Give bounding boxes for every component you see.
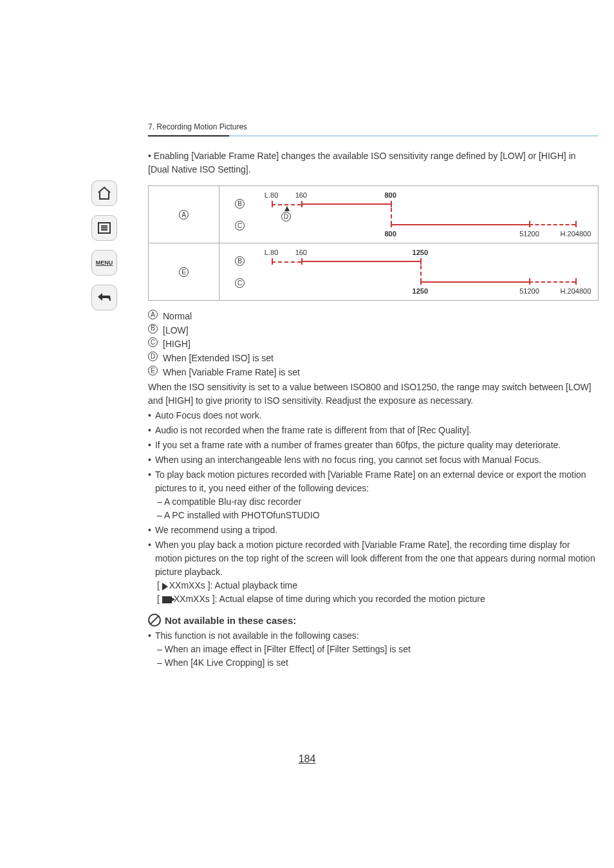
- tick-h204800: H.204800: [561, 287, 591, 295]
- iso-row-b: B L.80 160 800 D: [258, 193, 589, 214]
- time-desc: ]: Actual elapse of time during which yo…: [212, 594, 485, 604]
- iso-row-b2: B L.80 160 1250: [258, 250, 589, 272]
- tick-51200: 51200: [519, 230, 539, 238]
- intro-text: • Enabling [Variable Frame Rate] changes…: [148, 149, 599, 176]
- page-number[interactable]: 184: [0, 753, 614, 765]
- toc-icon: [97, 220, 112, 236]
- circled-c: C: [235, 221, 245, 231]
- nav-back-button[interactable]: [91, 285, 117, 310]
- tick-800-bottom: 800: [384, 230, 396, 238]
- legend-text: When [Extended ISO] is set: [163, 352, 274, 366]
- back-icon: [97, 290, 112, 305]
- d-arrow-icon: [284, 206, 290, 211]
- legend-row: B[LOW]: [148, 324, 599, 338]
- tick-160: 160: [295, 249, 307, 256]
- not-available-heading: Not available in these cases:: [148, 614, 599, 627]
- time-desc: ]: Actual playback time: [208, 580, 297, 590]
- tick-l80: L.80: [265, 191, 278, 199]
- tick-h204800: H.204800: [561, 230, 591, 238]
- diagram-row-normal: A B L.80 160 800 D: [149, 186, 598, 243]
- not-available-icon: [148, 614, 161, 627]
- legend-text: [HIGH]: [163, 337, 191, 352]
- legend-row: DWhen [Extended ISO] is set: [148, 352, 599, 366]
- scale-b1: L.80 160 800 D: [258, 194, 589, 213]
- list-item: •If you set a frame rate with a number o…: [148, 439, 599, 452]
- legend: ANormal B[LOW] C[HIGH] DWhen [Extended I…: [148, 310, 599, 408]
- list-item: •When you play back a motion picture rec…: [148, 538, 599, 579]
- bullet-text: When using an interchangeable lens with …: [155, 453, 541, 467]
- tick-51200: 51200: [519, 287, 539, 295]
- bullet-text: We recommend using a tripod.: [155, 524, 277, 537]
- tick-160: 160: [295, 191, 307, 199]
- sub-text: A PC installed with PHOTOfunSTUDIO: [164, 510, 320, 520]
- tick-800-top: 800: [384, 191, 396, 199]
- na-body: •This function is not available in the f…: [148, 629, 599, 670]
- home-icon: [97, 185, 112, 201]
- circled-c: C: [235, 278, 245, 288]
- diagram-chart-normal: B L.80 160 800 D: [219, 186, 598, 243]
- nav-home-button[interactable]: [91, 180, 117, 206]
- circled-e: E: [179, 267, 189, 277]
- legend-row: ANormal: [148, 310, 599, 324]
- sub-item: – A PC installed with PHOTOfunSTUDIO: [148, 509, 599, 522]
- list-item: •When using an interchangeable lens with…: [148, 453, 599, 467]
- play-icon: [162, 583, 168, 590]
- nav-toc-button[interactable]: [91, 215, 117, 241]
- list-item: •Auto Focus does not work.: [148, 409, 599, 422]
- na-lead: This function is not available in the fo…: [155, 629, 359, 643]
- bullet-text: Audio is not recorded when the frame rat…: [155, 424, 472, 437]
- time-code: XXmXXs: [174, 594, 210, 604]
- dash-ext-low: [272, 204, 301, 205]
- list-item: •We recommend using a tripod.: [148, 524, 599, 537]
- nav-menu-button[interactable]: MENU: [91, 250, 117, 276]
- bullet-list: •Auto Focus does not work. •Audio is not…: [148, 409, 599, 606]
- list-item: •To play back motion pictures recorded w…: [148, 468, 599, 495]
- page-content: 7. Recording Motion Pictures • Enabling …: [148, 122, 599, 670]
- header-rule: [148, 135, 599, 137]
- legend-text: When [Variable Frame Rate] is set: [163, 366, 300, 380]
- diagram-chart-vfr: B L.80 160 1250 C: [219, 243, 598, 300]
- solid-low: [301, 203, 391, 205]
- iso-row-c: C 800 51200 H.204800: [258, 214, 589, 236]
- bullet-text: When you play back a motion picture reco…: [155, 538, 599, 579]
- dash-ext-high: [529, 281, 575, 283]
- circled-a: A: [179, 210, 189, 220]
- sub-text: A compatible Blu-ray disc recorder: [164, 496, 301, 507]
- time-code: XXmXXs: [169, 580, 205, 590]
- legend-row: EWhen [Variable Frame Rate] is set: [148, 366, 599, 380]
- list-item: •Audio is not recorded when the frame ra…: [148, 424, 599, 437]
- list-item: •This function is not available in the f…: [148, 629, 599, 643]
- diagram-row-vfr: E B L.80 160 1250: [149, 243, 598, 300]
- tick-l80: L.80: [265, 249, 278, 256]
- solid-high: [391, 224, 530, 225]
- solid-low: [301, 261, 420, 262]
- record-time-line: [ XXmXXs ]: Actual elapse of time during…: [148, 592, 599, 606]
- solid-high: [420, 281, 530, 283]
- scale-c1: 800 51200 H.204800: [258, 216, 589, 235]
- section-breadcrumb: 7. Recording Motion Pictures: [148, 122, 599, 135]
- bullet-text: To play back motion pictures recorded wi…: [155, 468, 599, 495]
- side-nav: MENU: [90, 180, 118, 310]
- menu-icon-text: MENU: [96, 259, 113, 266]
- iso-diagram: A B L.80 160 800 D: [148, 185, 599, 301]
- circled-a: A: [148, 310, 158, 319]
- sub-item: – When [4K Live Cropping] is set: [148, 656, 599, 670]
- bullet-text: If you set a frame rate with a number of…: [155, 439, 561, 452]
- scale-c2: 1250 51200 H.204800: [258, 273, 589, 292]
- playback-time-line: [ XXmXXs ]: Actual playback time: [148, 579, 599, 592]
- tick-1250-bottom: 1250: [413, 287, 428, 295]
- tick-mark: [575, 221, 577, 227]
- scale-b2: L.80 160 1250: [258, 251, 589, 270]
- circled-b: B: [235, 199, 245, 209]
- legend-row: C[HIGH]: [148, 337, 599, 352]
- circled-e: E: [148, 366, 158, 375]
- legend-text: Normal: [163, 310, 192, 324]
- sub-item: – A compatible Blu-ray disc recorder: [148, 495, 599, 509]
- bullet-text: Auto Focus does not work.: [155, 409, 262, 422]
- na-title-text: Not available in these cases:: [165, 615, 296, 626]
- tick-1250-top: 1250: [413, 249, 428, 256]
- camera-icon: [162, 596, 172, 603]
- circled-d: D: [148, 352, 158, 361]
- legend-note: When the ISO sensitivity is set to a val…: [148, 381, 599, 408]
- circled-c: C: [148, 337, 158, 347]
